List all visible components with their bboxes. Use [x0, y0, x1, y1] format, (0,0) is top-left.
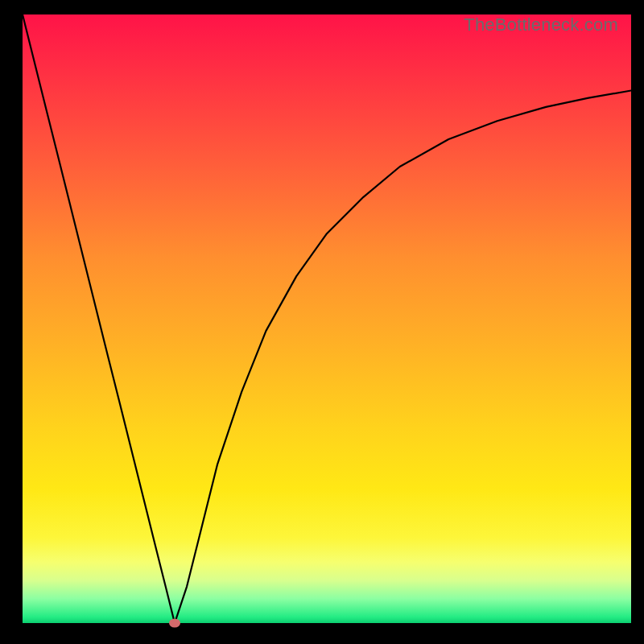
- optimum-marker: [169, 619, 180, 628]
- chart-frame: TheBottleneck.com: [0, 0, 644, 644]
- bottleneck-curve: [23, 14, 631, 623]
- plot-area: TheBottleneck.com: [23, 14, 631, 623]
